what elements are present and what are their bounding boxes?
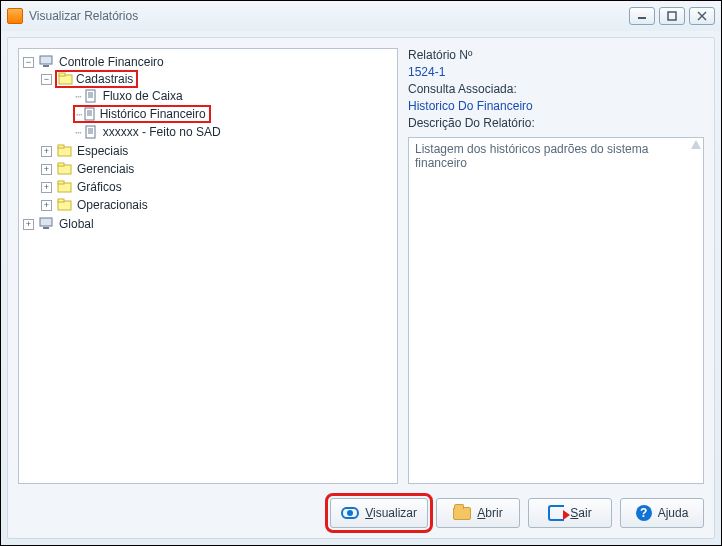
- folder-icon: [57, 162, 73, 176]
- button-label: Ajuda: [658, 506, 689, 520]
- button-label: Sair: [570, 506, 591, 520]
- content-row: − Controle Financeiro −: [8, 38, 714, 490]
- sair-button[interactable]: Sair: [528, 498, 612, 528]
- collapse-icon[interactable]: −: [23, 57, 34, 68]
- expand-icon[interactable]: +: [41, 182, 52, 193]
- button-label: Abrir: [477, 506, 502, 520]
- tree-node-fluxo-caixa[interactable]: ⋯ Fluxo de Caixa: [59, 88, 395, 104]
- tree-line: ⋯: [75, 126, 81, 139]
- svg-rect-27: [58, 199, 64, 202]
- tree-node-controle-financeiro[interactable]: − Controle Financeiro: [23, 54, 395, 70]
- tree-node-global[interactable]: + Global: [23, 216, 395, 232]
- tree-label: Global: [59, 217, 94, 231]
- minimize-button[interactable]: [629, 7, 655, 25]
- svg-rect-8: [86, 90, 95, 102]
- folder-icon: [57, 198, 73, 212]
- tree-node-gerenciais[interactable]: + Gerenciais: [41, 161, 395, 177]
- svg-rect-16: [86, 126, 95, 138]
- tree-label: Fluxo de Caixa: [103, 89, 183, 103]
- svg-rect-1: [668, 12, 676, 20]
- relatorio-no-value[interactable]: 1524-1: [408, 65, 704, 79]
- expand-icon[interactable]: +: [41, 164, 52, 175]
- collapse-icon[interactable]: −: [41, 74, 52, 85]
- descricao-text: Listagem dos históricos padrões do siste…: [415, 142, 648, 170]
- app-window: Visualizar Relatórios −: [0, 0, 722, 546]
- descricao-textbox[interactable]: Listagem dos históricos padrões do siste…: [408, 137, 704, 484]
- consulta-associada-label: Consulta Associada:: [408, 82, 704, 96]
- tree-label: Gerenciais: [77, 162, 134, 176]
- relatorio-no-label: Relatório Nº: [408, 48, 704, 62]
- button-label: Visualizar: [365, 506, 417, 520]
- document-icon: [83, 89, 99, 103]
- expand-icon[interactable]: +: [23, 219, 34, 230]
- help-icon: ?: [636, 505, 652, 521]
- window-controls: [629, 7, 715, 25]
- tree-node-operacionais[interactable]: + Operacionais: [41, 197, 395, 213]
- tree-node-graficos[interactable]: + Gráficos: [41, 179, 395, 195]
- svg-rect-29: [43, 227, 49, 229]
- svg-rect-25: [58, 181, 64, 184]
- document-icon: [82, 107, 98, 121]
- eye-icon: [341, 507, 359, 519]
- report-tree[interactable]: − Controle Financeiro −: [18, 48, 398, 484]
- svg-rect-12: [85, 108, 94, 120]
- expand-icon[interactable]: +: [41, 200, 52, 211]
- tree-label: Gráficos: [77, 180, 122, 194]
- maximize-button[interactable]: [659, 7, 685, 25]
- tree-label: Especiais: [77, 144, 128, 158]
- client-area: − Controle Financeiro −: [7, 37, 715, 539]
- tree-label: xxxxxx - Feito no SAD: [103, 125, 221, 139]
- tree-node-especiais[interactable]: + Especiais: [41, 143, 395, 159]
- tree-label: Controle Financeiro: [59, 55, 164, 69]
- descricao-label: Descrição Do Relatório:: [408, 116, 704, 130]
- maximize-icon: [667, 11, 677, 21]
- close-icon: [697, 11, 707, 21]
- computer-icon: [39, 55, 55, 69]
- folder-icon: [57, 180, 73, 194]
- expand-icon[interactable]: +: [41, 146, 52, 157]
- folder-icon: [57, 144, 73, 158]
- folder-open-icon: [453, 507, 471, 520]
- tree-node-historico-financeiro[interactable]: ⋯ Histórico Financeiro: [59, 106, 395, 122]
- exit-icon: [548, 505, 564, 521]
- document-icon: [83, 125, 99, 139]
- consulta-associada-value[interactable]: Historico Do Financeiro: [408, 99, 704, 113]
- svg-rect-28: [40, 218, 52, 226]
- detail-panel: Relatório Nº 1524-1 Consulta Associada: …: [408, 48, 704, 484]
- tree-node-xxxxxx-sad[interactable]: ⋯ xxxxxx - Feito no SAD: [59, 124, 395, 140]
- abrir-button[interactable]: Abrir: [436, 498, 520, 528]
- window-title: Visualizar Relatórios: [29, 9, 629, 23]
- svg-rect-21: [58, 145, 64, 148]
- svg-rect-7: [59, 73, 65, 76]
- folder-icon: [58, 72, 74, 86]
- tree-label: Operacionais: [77, 198, 148, 212]
- visualizar-button[interactable]: Visualizar: [330, 498, 428, 528]
- app-icon: [7, 8, 23, 24]
- tree-label: Histórico Financeiro: [100, 107, 206, 121]
- ajuda-button[interactable]: ? Ajuda: [620, 498, 704, 528]
- svg-rect-23: [58, 163, 64, 166]
- minimize-icon: [637, 12, 647, 20]
- tree-label: Cadastrais: [76, 72, 133, 86]
- tree-node-cadastrais[interactable]: − Cadastrais: [41, 71, 395, 87]
- tree-line: ⋯: [75, 90, 81, 103]
- close-button[interactable]: [689, 7, 715, 25]
- titlebar[interactable]: Visualizar Relatórios: [1, 1, 721, 31]
- computer-icon: [39, 217, 55, 231]
- button-row: Visualizar Abrir Sair ? Ajuda: [8, 490, 714, 538]
- svg-rect-4: [40, 56, 52, 64]
- svg-rect-5: [43, 65, 49, 67]
